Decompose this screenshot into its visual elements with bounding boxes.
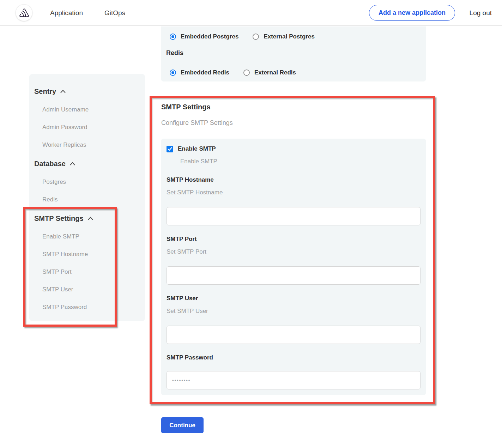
app-logo[interactable] [16,4,32,21]
sidebar-item-smtp-port[interactable]: SMTP Port [42,268,140,276]
postgres-radio-row: Embedded Postgres External Postgres [170,33,417,41]
sidebar-heading-database[interactable]: Database [34,159,140,168]
radio-checked-icon [170,34,176,40]
redis-group-label: Redis [166,49,417,57]
sidebar-item-smtp-user[interactable]: SMTP User [42,286,140,293]
smtp-password-input[interactable] [167,371,421,389]
enable-smtp-checkbox[interactable]: Enable SMTP [167,145,421,152]
smtp-user-input[interactable] [167,326,421,344]
sidebar-heading-label: SMTP Settings [34,214,84,223]
radio-checked-icon [170,69,176,76]
radio-unchecked-icon [243,69,250,76]
field-helper: Set SMTP Hostname [167,189,421,197]
logout-link[interactable]: Log out [470,0,492,26]
smtp-settings-section: SMTP Settings Configure SMTP Settings En… [150,96,435,404]
redis-radio-row: Embedded Redis External Redis [170,69,417,77]
field-label: SMTP User [167,295,421,303]
smtp-form-panel: Enable SMTP Enable SMTP SMTP Hostname Se… [161,139,426,395]
radio-external-postgres[interactable]: External Postgres [253,33,315,40]
chevron-up-icon [87,217,93,220]
chevron-up-icon [69,162,75,166]
navbar: Application GitOps Add a new application… [0,0,502,26]
radio-label: External Postgres [264,33,315,40]
sidebar-heading-label: Sentry [34,87,56,96]
smtp-settings-title: SMTP Settings [161,103,211,111]
smtp-settings-subtitle: Configure SMTP Settings [161,119,233,127]
sidebar-item-worker-replicas[interactable]: Worker Replicas [42,141,140,149]
radio-external-redis[interactable]: External Redis [243,69,296,76]
field-label: SMTP Password [167,354,421,362]
nav-gitops[interactable]: GitOps [104,0,125,26]
sidebar-group-smtp-settings: SMTP Settings Enable SMTP SMTP Hostname … [34,214,140,311]
smtp-hostname-field: SMTP Hostname Set SMTP Hostname [167,176,421,225]
continue-button[interactable]: Continue [161,417,204,433]
sidebar-heading-label: Database [34,160,66,168]
sidebar-item-postgres[interactable]: Postgres [42,178,140,186]
chevron-up-icon [60,90,66,93]
smtp-user-field: SMTP User Set SMTP User [167,295,421,344]
sidebar-heading-sentry[interactable]: Sentry [34,87,140,96]
radio-label: Embedded Redis [181,69,229,76]
sidebar-item-redis[interactable]: Redis [42,196,140,203]
enable-smtp-label: Enable SMTP [178,145,216,152]
radio-embedded-postgres[interactable]: Embedded Postgres [170,33,238,40]
config-sidebar: Sentry Admin Username Admin Password Wor… [29,74,145,321]
sidebar-item-enable-smtp[interactable]: Enable SMTP [42,233,140,240]
radio-unchecked-icon [253,34,259,40]
smtp-password-field: SMTP Password [167,354,421,389]
smtp-port-input[interactable] [167,266,421,285]
enable-smtp-helper: Enable SMTP [180,158,421,165]
field-helper: Set SMTP User [167,308,421,315]
field-helper: Set SMTP Port [167,248,421,256]
radio-label: Embedded Postgres [181,33,238,40]
sidebar-group-database: Database Postgres Redis [34,159,140,203]
sidebar-item-admin-username[interactable]: Admin Username [42,106,140,113]
smtp-hostname-input[interactable] [167,207,421,225]
field-label: SMTP Hostname [167,176,421,184]
sidebar-group-sentry: Sentry Admin Username Admin Password Wor… [34,87,140,149]
add-application-button[interactable]: Add a new application [369,5,455,21]
database-config-panel: Embedded Postgres External Postgres Redi… [161,26,426,81]
sidebar-item-smtp-password[interactable]: SMTP Password [42,304,140,311]
smtp-port-field: SMTP Port Set SMTP Port [167,236,421,285]
sentry-logo-icon [19,8,29,17]
sidebar-item-smtp-hostname[interactable]: SMTP Hostname [42,251,140,258]
checkbox-checked-icon [167,146,173,152]
sidebar-heading-smtp-settings[interactable]: SMTP Settings [34,214,140,223]
radio-embedded-redis[interactable]: Embedded Redis [170,69,229,76]
field-label: SMTP Port [167,236,421,243]
radio-label: External Redis [254,69,296,76]
nav-application[interactable]: Application [50,0,83,26]
sidebar-item-admin-password[interactable]: Admin Password [42,124,140,131]
